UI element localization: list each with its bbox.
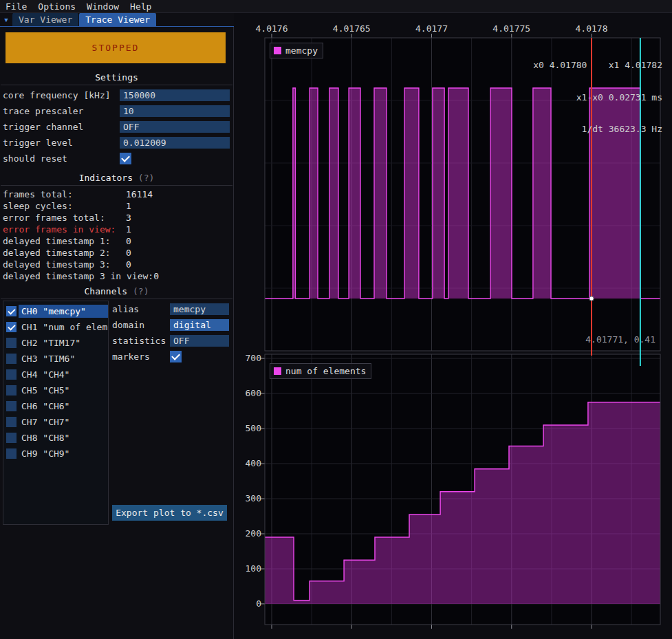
channel-label[interactable]: CH7 "CH7" (19, 415, 108, 429)
indicator-label: delayed timestamp 3 in view: (3, 271, 153, 281)
menu-options[interactable]: Options (32, 1, 81, 12)
channel-1-checkbox[interactable] (6, 322, 17, 332)
x-tick-label: 4.0176 (244, 23, 299, 34)
indicator-value: 1 (126, 224, 131, 235)
channel-0-checkbox[interactable] (6, 306, 17, 316)
marker-delta-value: x1-x0 0.02731 ms (533, 92, 662, 103)
legend-label[interactable]: memcpy (285, 45, 318, 56)
tab-var-viewer[interactable]: Var Viewer (12, 12, 78, 26)
indicators-help-icon[interactable]: (?) (138, 173, 154, 183)
indicators-title-text: Indicators (79, 173, 133, 183)
settings-label: core frequency [kHz] (3, 90, 111, 100)
markers-checkbox[interactable] (170, 351, 182, 362)
channels-title-text: Channels (85, 286, 128, 296)
y-tick-label: 400 (237, 458, 261, 468)
channel-row-2[interactable]: CH2 "TIM17" (3, 336, 108, 351)
y-tick-label: 700 (237, 353, 261, 363)
trace-prescaler-field[interactable]: 10 (120, 105, 230, 117)
legend-num-of-elements[interactable]: num of elements (270, 363, 371, 379)
x-tick-label: 4.0177 (404, 23, 459, 34)
indicator-value: 0 (126, 236, 131, 246)
check-icon (8, 323, 15, 330)
channel-label[interactable]: CH0 "memcpy" (19, 305, 108, 318)
channel-row-3[interactable]: CH3 "TIM6" (3, 351, 108, 367)
series-color-swatch-icon (274, 367, 281, 375)
channel-label[interactable]: CH5 "CH5" (19, 384, 108, 397)
indicator-row-delayed-timestamp-3: delayed timestamp 3:0 (3, 259, 131, 271)
indicator-row-delayed-timestamp-1: delayed timestamp 1:0 (3, 236, 131, 248)
channel-label[interactable]: CH9 "CH9" (19, 447, 108, 460)
channel-7-checkbox[interactable] (6, 417, 17, 427)
indicator-row-delayed-timestamp-2: delayed timestamp 2:0 (3, 248, 131, 259)
series-color-swatch-icon (274, 47, 281, 54)
channel-row-6[interactable]: CH6 "CH6" (3, 399, 108, 415)
channel-row-1[interactable]: CH1 "num of elem (3, 320, 108, 336)
channels-help-icon[interactable]: (?) (133, 286, 149, 296)
channel-label[interactable]: CH3 "TIM6" (19, 352, 108, 365)
x-tick-label: 4.01775 (484, 23, 539, 34)
channel-9-checkbox[interactable] (6, 448, 17, 459)
channels-separator (1, 299, 232, 299)
channel-row-0[interactable]: CH0 "memcpy" (3, 304, 108, 320)
channel-4-checkbox[interactable] (6, 369, 17, 380)
channel-row-8[interactable]: CH8 "CH8" (3, 431, 108, 446)
menu-window[interactable]: Window (81, 1, 124, 12)
legend-memcpy[interactable]: memcpy (270, 43, 323, 58)
channel-label[interactable]: CH2 "TIM17" (19, 336, 108, 349)
indicator-label: delayed timestamp 1: (3, 236, 126, 246)
acquisition-state-button[interactable]: STOPPED (6, 32, 226, 63)
cursor-position-readout: 4.01771, 0.41 (585, 334, 655, 345)
indicator-label: delayed timestamp 2: (3, 248, 126, 258)
y-tick-label: 200 (237, 528, 261, 539)
channels-section-title: Channels (?) (0, 286, 233, 296)
export-csv-button[interactable]: Export plot to *.csv (112, 505, 227, 521)
indicator-value: 1 (126, 201, 131, 211)
y-tick-label: 500 (237, 423, 261, 433)
trigger-channel-field[interactable]: OFF (120, 121, 230, 133)
channel-label[interactable]: CH4 "CH4" (19, 368, 108, 381)
indicator-value: 0 (126, 248, 131, 258)
domain-field[interactable]: digital (170, 319, 229, 331)
core-frequency-khz-field[interactable]: 150000 (120, 89, 230, 101)
channel-listbox[interactable]: CH0 "memcpy"CH1 "num of elemCH2 "TIM17"C… (3, 301, 109, 525)
legend-label[interactable]: num of elements (285, 366, 366, 376)
menu-file[interactable]: File (0, 1, 32, 12)
channel-label[interactable]: CH8 "CH8" (19, 431, 108, 444)
indicator-label: frames total: (3, 189, 126, 199)
menu-bar-items: FileOptionsWindowHelp (0, 1, 157, 12)
indicator-value: 0 (126, 259, 131, 270)
channel-2-checkbox[interactable] (6, 338, 17, 348)
check-icon (171, 351, 180, 360)
indicators-section-title: Indicators (?) (0, 173, 233, 183)
indicator-value: 3 (126, 213, 131, 223)
check-icon (121, 153, 129, 162)
channel-3-checkbox[interactable] (6, 354, 17, 364)
settings-row-should-reset: should reset (3, 153, 230, 164)
indicator-row-delayed-timestamp-3-in-view: delayed timestamp 3 in view:0 (3, 271, 159, 283)
alias-field[interactable]: memcpy (170, 303, 229, 315)
statistics-field[interactable]: OFF (170, 335, 229, 347)
channel-row-7[interactable]: CH7 "CH7" (3, 415, 108, 431)
indicator-row-sleep-cycles: sleep cycles:1 (3, 201, 131, 213)
settings-separator (1, 85, 232, 85)
channel-row-9[interactable]: CH9 "CH9" (3, 446, 108, 462)
indicator-row-error-frames-total: error frames total:3 (3, 213, 131, 224)
tab-trace-viewer[interactable]: Trace Viewer (79, 12, 156, 26)
should-reset-checkbox[interactable] (120, 153, 131, 164)
channel-label[interactable]: CH6 "CH6" (19, 400, 108, 413)
channel-label[interactable]: CH1 "num of elem (19, 321, 108, 334)
trigger-level-field[interactable]: 0.012009 (120, 137, 230, 149)
channel-row-4[interactable]: CH4 "CH4" (3, 367, 108, 383)
channel-6-checkbox[interactable] (6, 401, 17, 411)
x-tick-label: 4.01765 (324, 23, 379, 34)
settings-label: trigger channel (3, 122, 83, 132)
collapse-window-icon[interactable]: ▼ (0, 17, 12, 26)
marker-measurements: x0 4.01780 x1 4.01782 x1-x0 0.02731 ms 1… (533, 39, 662, 145)
channel-row-5[interactable]: CH5 "CH5" (3, 383, 108, 399)
menu-help[interactable]: Help (124, 1, 157, 12)
settings-row-trace-prescaler: trace prescaler10 (3, 105, 230, 117)
channel-5-checkbox[interactable] (6, 385, 17, 396)
x-tick-label: 4.0178 (564, 23, 619, 34)
channel-8-checkbox[interactable] (6, 433, 17, 443)
indicator-row-frames-total: frames total:16114 (3, 189, 153, 201)
